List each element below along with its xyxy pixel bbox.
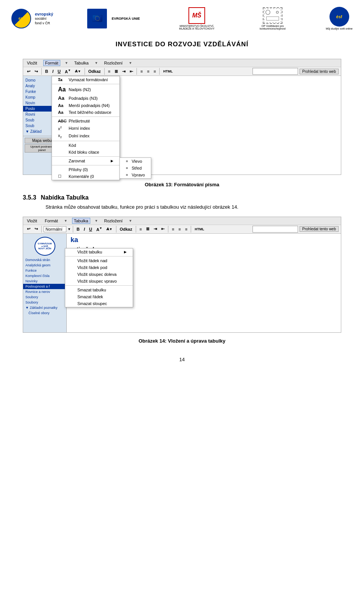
dropdown-dolni-index[interactable]: x2 Dolní index xyxy=(52,132,119,140)
page-number: 14 xyxy=(0,351,364,366)
menu-format-1[interactable]: Formát xyxy=(43,60,60,66)
menu-rozlozeni-2[interactable]: Rozložení xyxy=(103,218,124,223)
html-btn-2[interactable]: HTML xyxy=(193,227,206,232)
html-btn-1[interactable]: HTML xyxy=(162,69,174,74)
strikethrough-btn-2[interactable]: A̶▼ xyxy=(105,227,114,232)
sidebar2-novinky[interactable]: Novinky xyxy=(23,278,66,284)
sidebar2-zakladni[interactable]: ▼ Základní poznatky xyxy=(23,305,66,310)
sidebar2-komplexni[interactable]: Komplexní čísla xyxy=(23,273,66,278)
align-right-btn-1[interactable]: ≡ xyxy=(152,68,157,74)
menu-tabulka-1[interactable]: Tabulka xyxy=(73,60,90,66)
submenu-vlevo[interactable]: ≡ Vlevo xyxy=(120,158,151,165)
search-button-1[interactable]: Prohledat tento web xyxy=(300,69,339,74)
gymnasium-logo-icon: GYMNÁZIUMa SOŠNOVÝ JIČÍN xyxy=(35,237,55,256)
list-ul-btn-2[interactable]: ≣ xyxy=(144,226,151,232)
body-text-1: Stránka může obsahovat tabulku, funkce p… xyxy=(46,203,341,211)
dropdown-vlozit-sloupec-doleva[interactable]: Vložit sloupec doleva xyxy=(65,271,133,278)
menu-vlozit-1[interactable]: Vložit xyxy=(25,60,39,66)
underline-btn-2[interactable]: U xyxy=(88,226,94,232)
sidebar2-analyticka[interactable]: Analytická geom xyxy=(23,263,66,268)
fontcolor-btn-2[interactable]: A▼ xyxy=(95,226,104,233)
svg-point-2 xyxy=(276,11,279,13)
align-center-btn-2[interactable]: ≡ xyxy=(177,226,182,232)
redo-btn-1[interactable]: ↪ xyxy=(33,68,39,75)
toolbar-sep2-5 xyxy=(168,226,168,233)
dropdown-preskrtnute[interactable]: ABC Přeškrtnuté xyxy=(52,118,119,124)
eu-flag-icon: 🇪🇺 xyxy=(87,9,107,28)
sidebar2-rovnice[interactable]: Rovnice a nerov xyxy=(23,289,66,294)
align-right-btn-2[interactable]: ≡ xyxy=(184,226,189,232)
dropdown-podnadpis[interactable]: Aa Podnadpis (N3) xyxy=(52,94,119,102)
redo-btn-2[interactable]: ↪ xyxy=(33,226,39,232)
align-center-btn-1[interactable]: ≡ xyxy=(146,68,151,74)
submenu-vpravo[interactable]: ≡ Vpravo xyxy=(120,171,151,178)
sidebar2-posloupnosti[interactable]: Posloupnosti a ř xyxy=(23,284,66,289)
esf-text-block: evropský sociální fond v ČR xyxy=(35,11,53,26)
list-ul-btn-1[interactable]: ≣ xyxy=(113,68,119,75)
dropdown-prilohy[interactable]: Přílohy (0) xyxy=(52,166,119,173)
undo-btn-1[interactable]: ↩ xyxy=(25,68,32,75)
underline-btn-1[interactable]: U xyxy=(56,68,62,74)
menu-tabulka-2[interactable]: Tabulka xyxy=(72,218,90,224)
dropdown-text-odstavce[interactable]: Aa Text běžného odstavce xyxy=(52,109,119,116)
dropdown-smazat-radek[interactable]: Smazat řádek xyxy=(65,293,133,300)
search-button-2[interactable]: Prohledat tento web xyxy=(300,226,339,232)
strikethrough-btn-1[interactable]: A̶▼ xyxy=(74,69,83,74)
italic-btn-2[interactable]: I xyxy=(82,226,86,232)
fontcolor-btn-1[interactable]: A▼ xyxy=(63,68,72,75)
list-ol-btn-1[interactable]: ≡ xyxy=(107,68,112,74)
dropdown-clear-format[interactable]: Tx Vymazat formátování xyxy=(52,76,119,83)
dropdown-kod[interactable]: Kód xyxy=(52,142,119,149)
indent-btn-2[interactable]: ⇥ xyxy=(152,226,158,232)
normal-selector[interactable]: Normální xyxy=(44,226,66,232)
search-box-1: Prohledat tento web xyxy=(253,68,339,75)
eu-logo-group: 🇪🇺 EVROPSKÁ UNIE xyxy=(87,9,140,28)
caption-2: Obrázek 14: Vložení a úprava tabulky xyxy=(0,338,364,344)
dropdown-smazat-sloupec[interactable]: Smazat sloupec xyxy=(65,300,133,307)
submenu-stred[interactable]: ≡ Střed xyxy=(120,165,151,171)
search-input-2[interactable] xyxy=(253,226,298,233)
align-left-btn-1[interactable]: ≡ xyxy=(139,68,144,74)
dropdown-vlozit-radek-nad[interactable]: Vložit řádek nad xyxy=(65,257,133,264)
align-left-btn-2[interactable]: ≡ xyxy=(170,226,176,232)
dropdown-zarovnat[interactable]: Zarovnat ▶ ≡ Vlevo ≡ Střed ≡ Vpravo xyxy=(52,157,119,164)
dropdown-nadpis[interactable]: Aa Nadpis (N2) xyxy=(52,85,119,94)
sidebar2-funkce[interactable]: Funkce xyxy=(23,268,66,273)
indent-btn-1[interactable]: ⇥ xyxy=(121,68,127,75)
dropdown-kod-bloku[interactable]: Kód bloku citace xyxy=(52,149,119,156)
dropdown-vlozit-tabulku[interactable]: Vložit tabulku ▶ xyxy=(65,249,133,255)
msmt-text: MINISTERSTVO ŠKOLSTVÍ, MLÁDEŽE A TĚLOVÝC… xyxy=(174,25,220,30)
dropdown-mensi-podnadpis[interactable]: Aa Menší podnadpis (N4) xyxy=(52,102,119,109)
sidebar2-domovska[interactable]: Domovská strán xyxy=(23,257,66,263)
dropdown2-sep-1 xyxy=(65,256,133,256)
search-input-1[interactable] xyxy=(253,68,298,75)
section-number: 3.5.3 xyxy=(23,194,36,201)
link-btn-2[interactable]: Odkaz xyxy=(118,226,134,232)
menu-rozlozeni-1[interactable]: Rozložení xyxy=(103,60,124,66)
bold-btn-2[interactable]: B xyxy=(75,226,81,232)
menu-format-2[interactable]: Formát xyxy=(43,218,60,223)
dropdown-komentare[interactable]: ☐ Komentáře (0 xyxy=(52,173,119,180)
dropdown-vlozit-radek-pod[interactable]: Vložit řádek pod xyxy=(65,264,133,271)
menu-vlozit-2[interactable]: Vložit xyxy=(25,218,39,223)
bold-btn-1[interactable]: B xyxy=(44,68,50,74)
dropdown2-sep-2 xyxy=(65,285,133,286)
sidebar2-ciselne[interactable]: Číselné obory xyxy=(23,310,66,316)
main-area-1: Domo Analy Funke Komp Novin Poslo Rovni … xyxy=(23,76,341,175)
list-ol-btn-2[interactable]: ≡ xyxy=(138,226,143,232)
svg-point-1 xyxy=(266,10,270,14)
italic-btn-1[interactable]: I xyxy=(51,68,55,74)
sidebar2-soubory1[interactable]: Soubory xyxy=(23,294,66,300)
menubar-2: Vložit Formát ▼ Tabulka ▼ Rozložení ▼ xyxy=(23,217,341,225)
esf-main-text: evropský xyxy=(35,11,53,17)
dropdown-smazat-tabulku[interactable]: Smazat tabulku xyxy=(65,286,133,293)
sidebar2-soubory2[interactable]: Soubory xyxy=(23,300,66,305)
toolbar-row-1: ↩ ↪ B I U A▼ A̶▼ Odkaz ≡ ≣ ⇥ ⇤ ≡ ≡ ≡ HTM… xyxy=(23,67,341,76)
link-btn-1[interactable]: Odkaz xyxy=(87,68,102,74)
dropdown-vlozit-sloupec-vpravo[interactable]: Vložit sloupec vpravo xyxy=(65,278,133,285)
outdent-btn-2[interactable]: ⇤ xyxy=(160,226,166,232)
dropdown-horni-index[interactable]: x2 Horní index xyxy=(52,124,119,132)
outdent-btn-1[interactable]: ⇤ xyxy=(128,68,135,75)
gymnasium-logo-block: GYMNÁZIUMa SOŠNOVÝ JIČÍN xyxy=(23,235,66,257)
undo-btn-2[interactable]: ↩ xyxy=(25,226,32,232)
